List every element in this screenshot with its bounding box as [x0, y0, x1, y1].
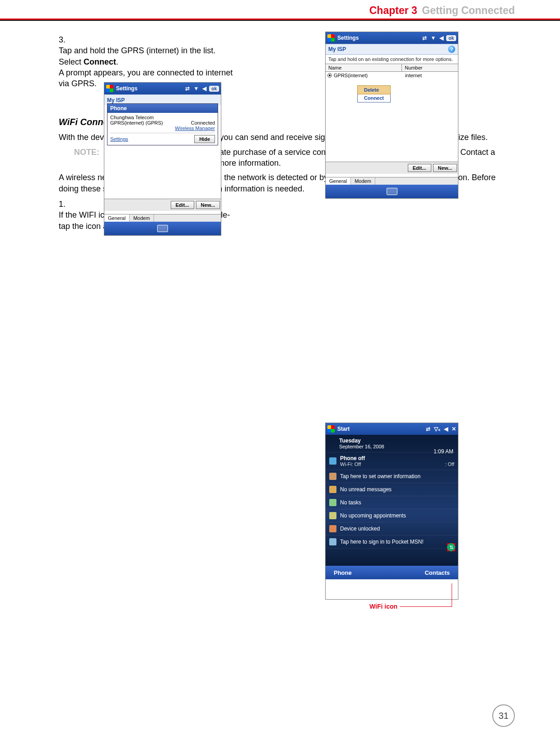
today-title: Start [337, 426, 422, 432]
menu-item-connect[interactable]: Connect [358, 94, 390, 102]
phone-icon [329, 457, 336, 465]
settings-link[interactable]: Settings [110, 136, 128, 142]
connectivity-icon: ⇄ [185, 85, 190, 92]
page-header: Chapter 3 Getting Connected [0, 0, 560, 19]
step-3-bold: Connect [84, 57, 116, 66]
keyboard-icon[interactable] [387, 188, 397, 195]
today-msgs-row[interactable]: No unread messages [326, 483, 458, 496]
tab-modem[interactable]: Modem [351, 177, 375, 185]
wifi-icon-callout: WiFi icon [369, 603, 397, 610]
tabs: General Modem [326, 177, 458, 185]
wifi-step-1-number: 1. [59, 199, 77, 210]
today-body: Tuesday September 16, 2008 1:09 AM Phone… [326, 435, 458, 566]
phone-notification: Phone Chunghwa Telecom GPRS(internet) (G… [107, 103, 218, 145]
keyboard-icon[interactable] [157, 225, 168, 232]
appts-text: No upcoming appointments [340, 512, 406, 519]
wm-subtitle: My ISP [328, 46, 346, 52]
notif-status: Connected [191, 120, 215, 126]
softkey-bar-2 [104, 222, 221, 235]
today-owner-row[interactable]: Tap here to set owner information [326, 470, 458, 483]
wm-titlebar: Settings ⇄ ▼ ◀ ok [326, 32, 458, 44]
today-time: 1:09 AM [434, 448, 453, 455]
edit-button[interactable]: Edit... [171, 201, 194, 209]
button-row: Edit... New... [326, 162, 458, 174]
today-lock-row[interactable]: Device unlocked [326, 522, 458, 535]
today-appts-row[interactable]: No upcoming appointments [326, 509, 458, 522]
wm-title: Settings [337, 35, 419, 41]
tasks-text: No tasks [340, 499, 361, 506]
col-number: Number [402, 64, 458, 72]
connection-row[interactable]: GPRS(internet) internet [326, 72, 458, 79]
screenshot-settings-menu: Settings ⇄ ▼ ◀ ok My ISP ? Tap and hold … [325, 32, 458, 199]
wifi-off-text: Wi-Fi: Off [340, 461, 361, 467]
context-menu: Delete Connect [357, 85, 391, 102]
connectivity-icon: ⇄ [422, 35, 427, 41]
row-number: internet [405, 73, 456, 78]
msn-text: Tap here to sign in to Pocket MSN! [340, 539, 424, 545]
step-3-number: 3. [59, 34, 77, 45]
wm-subbar: My ISP ? [326, 44, 458, 55]
tabs-2: General Modem [104, 214, 221, 222]
tab-general[interactable]: General [104, 214, 130, 222]
today-day: Tuesday [339, 438, 453, 444]
windows-flag-icon [106, 85, 113, 92]
new-button[interactable]: New... [433, 164, 457, 172]
callout-line-v [452, 583, 452, 607]
windows-flag-icon [327, 34, 335, 42]
tasks-icon [329, 499, 336, 506]
step-3-line1a: Tap and hold the GPRS (internet) in the … [59, 46, 215, 66]
chapter-label: Chapter 3 [369, 5, 417, 16]
col-name: Name [326, 64, 402, 72]
hide-button[interactable]: Hide [194, 135, 215, 143]
connectivity-icon: ⇄ [426, 426, 430, 432]
notif-carrier: Chunghwa Telecom [110, 115, 215, 120]
msn-icon [329, 538, 336, 545]
menu-item-delete[interactable]: Delete [357, 85, 391, 94]
owner-text: Tap here to set owner information [340, 473, 420, 480]
phone-off-text: Phone off [340, 455, 454, 461]
help-icon[interactable]: ? [448, 46, 455, 53]
close-icon[interactable]: ✕ [452, 426, 456, 432]
radio-icon [327, 73, 332, 78]
tab-modem[interactable]: Modem [130, 214, 154, 222]
wm2-titlebar: Settings ⇄ ▼ ◀ ok [104, 83, 221, 94]
screenshot-settings-connected: Settings ⇄ ▼ ◀ ok My ISP Phone Chunghwa … [104, 82, 221, 236]
softkey-phone[interactable]: Phone [334, 569, 352, 576]
speaker-icon: ◀ [439, 35, 443, 41]
wm-hint: Tap and hold on an existing connection f… [326, 55, 458, 64]
ok-button[interactable]: ok [446, 35, 456, 41]
chapter-title: Getting Connected [422, 5, 515, 16]
today-tasks-row[interactable]: No tasks [326, 496, 458, 509]
new-button[interactable]: New... [196, 201, 220, 209]
messages-icon [329, 486, 336, 493]
today-titlebar: Start ⇄ ▽ₓ ◀ ✕ [326, 423, 458, 435]
lock-icon [329, 525, 336, 532]
owner-icon [329, 473, 336, 480]
ok-button[interactable]: ok [209, 86, 219, 92]
today-msn-row[interactable]: Tap here to sign in to Pocket MSN! [326, 535, 458, 549]
wifi-tray-icon[interactable]: ⇅ [447, 543, 455, 551]
signal-icon: ▼ [430, 35, 436, 41]
notif-body: Chunghwa Telecom GPRS(internet) (GPRS) C… [107, 113, 218, 145]
signal-off-icon: ▽ₓ [434, 426, 440, 432]
step-3-line1b: . [116, 57, 118, 66]
tab-general[interactable]: General [326, 177, 351, 185]
speaker-icon: ◀ [444, 426, 448, 432]
bt-off-text: : Off [445, 461, 454, 467]
page-number: 31 [492, 704, 515, 727]
button-row-2: Edit... New... [104, 199, 221, 211]
wm2-subtitle: My ISP [107, 97, 125, 103]
callout-line-h [400, 606, 452, 607]
screenshot-today: Start ⇄ ▽ₓ ◀ ✕ Tuesday September 16, 200… [325, 423, 458, 600]
calendar-icon [329, 512, 336, 519]
wireless-manager-link[interactable]: Wireless Manager [175, 126, 215, 131]
lock-text: Device unlocked [340, 526, 380, 532]
wm2-title: Settings [116, 85, 182, 92]
content-area: 3. Tap and hold the GPRS (internet) in t… [0, 21, 560, 232]
edit-button[interactable]: Edit... [408, 164, 431, 172]
softkey-contacts[interactable]: Contacts [425, 569, 450, 576]
softkey-bar [326, 185, 458, 198]
today-date-row[interactable]: Tuesday September 16, 2008 1:09 AM [326, 435, 458, 452]
today-phone-row[interactable]: Phone off Wi-Fi: Off : Off [326, 452, 458, 470]
notif-conn-name: GPRS(internet) (GPRS) [110, 120, 163, 126]
